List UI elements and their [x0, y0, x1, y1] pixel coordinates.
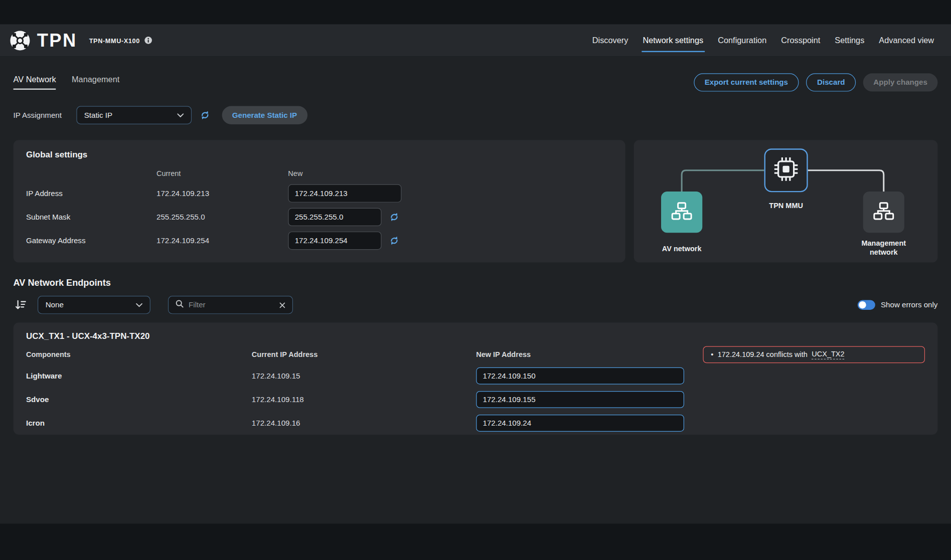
endpoints-controls: None Show errors only	[14, 296, 938, 314]
management-network-node	[863, 192, 904, 233]
management-network-label: Management network	[853, 239, 914, 257]
new-gateway-input[interactable]	[288, 231, 381, 249]
nav-settings[interactable]: Settings	[828, 24, 872, 56]
filter-field	[168, 296, 293, 314]
chevron-down-icon	[136, 301, 142, 309]
component-name: Lightware	[26, 371, 252, 380]
nav-advanced-view[interactable]: Advanced view	[872, 24, 941, 56]
component-current-ip: 172.24.109.15	[252, 371, 476, 380]
nav-discovery[interactable]: Discovery	[585, 24, 636, 56]
ip-assignment-value: Static IP	[84, 111, 112, 119]
global-settings-panel: Global settings Current New IP Address 1…	[14, 140, 625, 262]
show-errors-label: Show errors only	[881, 301, 937, 309]
nav-configuration[interactable]: Configuration	[711, 24, 774, 56]
nav-crosspoint[interactable]: Crosspoint	[774, 24, 828, 56]
action-buttons: Export current settings Discard Apply ch…	[694, 73, 937, 91]
tab-av-network[interactable]: AV Network	[14, 75, 56, 90]
av-connection-line	[682, 170, 764, 192]
component-name: Icron	[26, 419, 252, 427]
mgmt-connection-line	[808, 170, 884, 192]
network-icon	[872, 200, 895, 225]
info-icon[interactable]	[144, 37, 152, 45]
tpn-logo-icon	[9, 29, 32, 52]
current-subnet-mask-value: 255.255.255.0	[156, 213, 288, 221]
error-conflict-target[interactable]: UCX_TX2	[812, 350, 844, 359]
global-settings-table: Current New IP Address 172.24.109.213 Su…	[26, 165, 612, 252]
main-nav: Discovery Network settings Configuration…	[585, 24, 941, 56]
ip-assignment-select[interactable]: Static IP	[76, 106, 192, 124]
settings-panels: Global settings Current New IP Address 1…	[14, 140, 938, 262]
icron-new-ip-input[interactable]	[476, 414, 684, 431]
endpoint-group-title: UCX_TX1 - UCX-4x3-TPN-TX20	[26, 331, 925, 340]
toggle-knob	[859, 301, 866, 309]
header: TPN TPN-MMU-X100 Discovery Network setti…	[0, 24, 951, 56]
ip-conflict-error: • 172.24.109.24 conflicts with UCX_TX2	[703, 346, 925, 363]
tpn-logo-text: TPN	[37, 30, 77, 51]
component-current-ip: 172.24.109.16	[252, 419, 476, 427]
export-settings-button[interactable]: Export current settings	[694, 73, 799, 91]
tabs-and-actions-row: AV Network Management Export current set…	[14, 73, 938, 91]
ip-assignment-label: IP Assignment	[14, 111, 62, 119]
column-header-new: New	[288, 169, 612, 177]
top-strip	[0, 0, 951, 24]
endpoint-group-panel: UCX_TX1 - UCX-4x3-TPN-TX20 Components Cu…	[14, 322, 938, 435]
network-diagram-panel: TPN MMU AV network	[634, 140, 938, 262]
network-tabs: AV Network Management	[14, 75, 120, 90]
lightware-new-ip-input[interactable]	[476, 367, 684, 384]
component-name: Sdvoe	[26, 395, 252, 404]
discard-button[interactable]: Discard	[806, 73, 856, 91]
av-network-node	[661, 192, 702, 233]
sort-icon[interactable]	[15, 299, 27, 311]
error-bullet: •	[711, 350, 713, 359]
ip-assignment-row: IP Assignment Static IP Generate Static …	[14, 106, 938, 124]
current-gateway-value: 172.24.109.254	[156, 236, 288, 245]
filter-input[interactable]	[189, 301, 274, 309]
show-errors-toggle[interactable]	[858, 300, 875, 310]
bottom-strip	[0, 524, 951, 560]
row-label-gateway-address: Gateway Address	[26, 236, 156, 245]
row-label-ip-address: IP Address	[26, 189, 156, 198]
error-message: 172.24.109.24 conflicts with	[718, 350, 808, 359]
current-ip-address-value: 172.24.109.213	[156, 189, 288, 198]
component-current-ip: 172.24.109.118	[252, 395, 476, 404]
apply-changes-button[interactable]: Apply changes	[863, 73, 938, 91]
search-icon	[175, 299, 184, 310]
column-header-new-ip: New IP Address	[476, 350, 694, 359]
sort-select-value: None	[46, 301, 64, 309]
av-network-label: AV network	[652, 244, 712, 253]
cpu-chip-icon	[773, 156, 800, 185]
tab-management[interactable]: Management	[72, 75, 119, 90]
column-header-current-ip: Current IP Address	[252, 350, 476, 359]
sdvoe-new-ip-input[interactable]	[476, 391, 684, 408]
endpoint-table: Components Current IP Address New IP Add…	[26, 345, 695, 435]
generate-static-ip-button[interactable]: Generate Static IP	[222, 106, 307, 124]
column-header-current: Current	[156, 169, 288, 177]
tpn-mmu-label: TPN MMU	[756, 201, 817, 210]
network-icon	[670, 200, 693, 225]
refresh-gateway-icon[interactable]	[389, 236, 399, 245]
row-label-subnet-mask: Subnet Mask	[26, 213, 156, 221]
sort-select[interactable]: None	[38, 296, 150, 314]
column-header-components: Components	[26, 350, 252, 359]
new-subnet-mask-input[interactable]	[288, 208, 381, 226]
chevron-down-icon	[177, 111, 184, 119]
global-settings-title: Global settings	[26, 150, 612, 159]
refresh-ip-icon[interactable]	[200, 110, 210, 120]
tpn-mmu-node	[764, 148, 808, 192]
new-ip-address-input[interactable]	[288, 184, 401, 202]
device-model: TPN-MMU-X100	[89, 37, 140, 44]
main-content: AV Network Management Export current set…	[0, 56, 951, 523]
endpoints-heading: AV Network Endpoints	[14, 277, 938, 288]
clear-filter-icon[interactable]	[279, 302, 285, 308]
nav-network-settings[interactable]: Network settings	[636, 24, 711, 56]
refresh-subnet-icon[interactable]	[389, 212, 399, 222]
app: TPN TPN-MMU-X100 Discovery Network setti…	[0, 0, 951, 560]
